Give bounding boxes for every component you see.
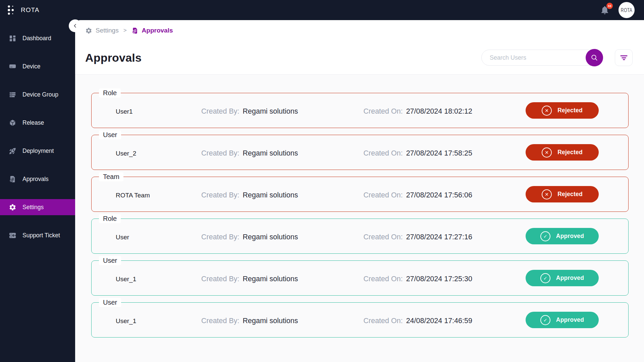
approvals-icon	[9, 175, 16, 183]
created-on-value: 27/08/2024 17:25:30	[406, 275, 472, 283]
status-badge[interactable]: ✓ Approved	[526, 312, 599, 328]
created-on: Created On: 27/08/2024 17:58:25	[364, 149, 526, 158]
sidebar-item-label: Settings	[22, 204, 44, 211]
status-badge[interactable]: ✕ Rejected	[526, 102, 599, 119]
approval-name: ROTA Team	[116, 192, 201, 199]
created-on: Created On: 27/08/2024 17:56:06	[364, 191, 526, 199]
created-on-label: Created On:	[364, 275, 403, 283]
breadcrumb-separator: >	[122, 27, 128, 34]
support-ticket-icon	[9, 232, 16, 239]
created-by-label: Created By:	[201, 233, 239, 241]
approvals-list: Role User1 Created By: Regami solutions …	[75, 74, 644, 362]
approval-name: User_2	[116, 150, 201, 157]
page-title: Approvals	[85, 51, 142, 64]
sidebar-item-device-group[interactable]: Device Group	[0, 86, 75, 103]
created-by: Created By: Regami solutions	[201, 149, 364, 158]
sidebar-nav: Dashboard Device Device Group Release De…	[0, 20, 75, 362]
created-by: Created By: Regami solutions	[201, 107, 364, 116]
logo-dots-icon	[7, 5, 15, 15]
created-on-label: Created On:	[364, 317, 403, 325]
created-by: Created By: Regami solutions	[201, 317, 364, 325]
settings-icon	[9, 203, 16, 211]
sidebar-item-label: Support Ticket	[22, 232, 60, 239]
status-circle-check-icon: ✓	[540, 231, 550, 241]
status-circle-x-icon: ✕	[542, 106, 552, 116]
created-by-value: Regami solutions	[243, 275, 298, 283]
gear-icon	[85, 27, 92, 34]
sidebar-collapse-button[interactable]	[69, 19, 82, 32]
approval-type-label: Role	[99, 88, 121, 98]
created-by: Created By: Regami solutions	[201, 275, 364, 283]
created-by-value: Regami solutions	[243, 317, 298, 325]
created-on-label: Created On:	[364, 107, 403, 116]
sidebar-item-release[interactable]: Release	[0, 115, 75, 131]
sidebar-item-label: Device	[22, 63, 41, 70]
approval-card: Role User Created By: Regami solutions C…	[91, 219, 629, 254]
created-by-label: Created By:	[201, 317, 239, 325]
created-by: Created By: Regami solutions	[201, 233, 364, 241]
approval-type-label: Team	[99, 172, 123, 181]
search-icon	[590, 54, 598, 62]
breadcrumb-settings-link[interactable]: Settings	[85, 27, 119, 34]
sidebar-item-label: Device Group	[22, 91, 58, 98]
sidebar-item-device[interactable]: Device	[0, 58, 75, 74]
created-on-label: Created On:	[364, 149, 403, 158]
sidebar-item-label: Release	[22, 119, 44, 126]
created-on-value: 27/08/2024 17:56:06	[406, 191, 472, 199]
breadcrumb-parent-label: Settings	[96, 27, 119, 34]
breadcrumb-current-label: Approvals	[142, 27, 173, 34]
content-panel: Settings > Approvals Approvals	[75, 20, 644, 362]
status-text: Rejected	[557, 149, 583, 156]
status-text: Approved	[556, 233, 584, 240]
status-badge[interactable]: ✓ Approved	[526, 270, 599, 286]
sidebar-item-label: Approvals	[22, 176, 49, 183]
created-on-label: Created On:	[364, 233, 403, 241]
dashboard-icon	[9, 35, 16, 42]
status-badge[interactable]: ✓ Approved	[526, 228, 599, 244]
sidebar-item-approvals[interactable]: Approvals	[0, 171, 75, 187]
approval-card: Role User1 Created By: Regami solutions …	[91, 93, 629, 128]
approval-name: User_1	[116, 276, 201, 283]
deployment-icon	[9, 147, 16, 155]
status-text: Approved	[556, 275, 584, 282]
rota-app: ROTA 03 ROTA Dashboard Device	[0, 0, 644, 362]
created-by-value: Regami solutions	[243, 149, 298, 158]
sidebar-item-label: Deployment	[22, 147, 54, 155]
created-by-label: Created By:	[201, 107, 239, 116]
search-button[interactable]	[586, 49, 603, 66]
page-header-row: Approvals	[75, 41, 644, 74]
status-circle-x-icon: ✕	[542, 147, 552, 158]
status-text: Rejected	[557, 191, 583, 198]
created-on-value: 27/08/2024 17:58:25	[406, 149, 472, 158]
created-on: Created On: 27/08/2024 17:25:30	[364, 275, 526, 283]
created-on-label: Created On:	[364, 191, 403, 199]
created-by-value: Regami solutions	[243, 191, 298, 199]
status-text: Approved	[556, 316, 584, 323]
sidebar-item-support-ticket[interactable]: Support Ticket	[0, 227, 75, 243]
approval-name: User1	[116, 108, 201, 115]
user-avatar[interactable]: ROTA	[619, 2, 635, 18]
status-badge[interactable]: ✕ Rejected	[526, 144, 599, 161]
status-text: Rejected	[557, 107, 583, 114]
status-badge[interactable]: ✕ Rejected	[526, 186, 599, 202]
created-on: Created On: 27/08/2024 17:27:16	[364, 233, 526, 241]
release-icon	[9, 119, 16, 127]
approval-type-label: User	[99, 256, 121, 265]
approval-card: User User_1 Created By: Regami solutions…	[91, 260, 629, 296]
approval-name: User	[116, 234, 201, 241]
breadcrumb-approvals-link[interactable]: Approvals	[131, 27, 173, 34]
toolbar	[481, 49, 633, 66]
breadcrumb: Settings > Approvals	[85, 27, 173, 34]
sidebar-item-dashboard[interactable]: Dashboard	[0, 30, 75, 46]
created-by-value: Regami solutions	[243, 107, 298, 116]
filter-button[interactable]	[615, 49, 633, 66]
search-input[interactable]	[481, 50, 602, 66]
notifications-button[interactable]: 03	[600, 5, 610, 15]
approval-type-label: User	[99, 130, 121, 139]
approval-type-label: Role	[99, 214, 121, 223]
sidebar-item-settings[interactable]: Settings	[0, 199, 75, 215]
created-by-label: Created By:	[201, 275, 239, 283]
device-group-icon	[9, 91, 16, 99]
sidebar-item-deployment[interactable]: Deployment	[0, 143, 75, 159]
created-on-value: 27/08/2024 17:27:16	[406, 233, 472, 241]
